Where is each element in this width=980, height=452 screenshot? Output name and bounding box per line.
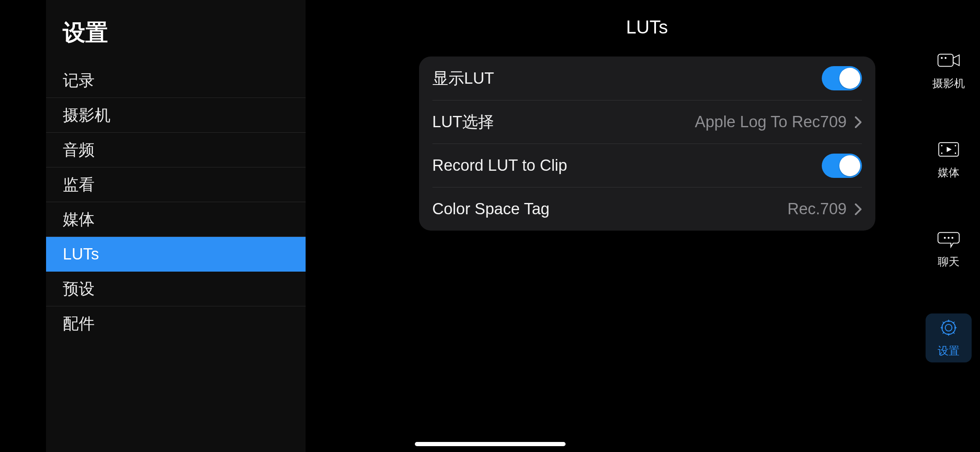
sidebar-item-label: LUTs <box>63 245 99 263</box>
sidebar-item-label: 音频 <box>63 139 95 161</box>
row-label: Color Space Tag <box>432 200 550 218</box>
media-icon <box>936 139 961 159</box>
svg-point-9 <box>948 237 950 239</box>
svg-point-8 <box>944 237 946 239</box>
toggle-knob <box>839 155 860 176</box>
sidebar-item-accessories[interactable]: 配件 <box>46 306 306 341</box>
sidebar-item-label: 配件 <box>63 313 95 334</box>
rail-item-chat[interactable]: 聊天 <box>926 224 972 273</box>
rail-item-camera[interactable]: 摄影机 <box>926 46 972 95</box>
sidebar-item-label: 监看 <box>63 174 95 195</box>
rail-item-media[interactable]: 媒体 <box>926 135 972 184</box>
svg-point-7 <box>955 152 957 154</box>
svg-point-4 <box>941 145 943 146</box>
settings-sidebar: 设置 记录 摄影机 音频 监看 媒体 LUTs 预设 配件 <box>46 0 306 452</box>
chevron-right-icon <box>854 203 862 216</box>
rail-item-label: 设置 <box>938 344 959 358</box>
sidebar-item-label: 摄影机 <box>63 105 111 126</box>
svg-point-12 <box>942 321 955 334</box>
svg-point-6 <box>941 152 943 154</box>
record-lut-toggle[interactable] <box>822 154 862 178</box>
sidebar-item-label: 预设 <box>63 278 95 300</box>
rail-item-label: 摄影机 <box>932 76 965 91</box>
sidebar-item-label: 记录 <box>63 70 95 91</box>
page-title: LUTs <box>327 17 967 38</box>
sidebar-item-presets[interactable]: 预设 <box>46 272 306 306</box>
sidebar-item-luts[interactable]: LUTs <box>46 237 306 272</box>
sidebar-item-monitor[interactable]: 监看 <box>46 167 306 202</box>
row-value: Rec.709 <box>787 200 847 218</box>
row-label: Record LUT to Clip <box>432 157 567 175</box>
row-color-space-tag[interactable]: Color Space Tag Rec.709 <box>432 187 862 231</box>
row-label: LUT选择 <box>432 111 494 133</box>
svg-rect-0 <box>938 54 953 67</box>
rail-item-label: 媒体 <box>938 165 959 180</box>
rail-item-settings[interactable]: 设置 <box>926 313 972 362</box>
svg-point-2 <box>944 57 947 59</box>
sidebar-item-media[interactable]: 媒体 <box>46 202 306 237</box>
sidebar-item-label: 媒体 <box>63 209 95 230</box>
row-lut-select[interactable]: LUT选择 Apple Log To Rec709 <box>432 100 862 144</box>
settings-card: 显示LUT LUT选择 Apple Log To Rec709 <box>419 56 875 231</box>
sidebar-item-camera[interactable]: 摄影机 <box>46 98 306 133</box>
chevron-right-icon <box>854 116 862 128</box>
toggle-knob <box>839 68 860 89</box>
svg-point-1 <box>941 57 943 59</box>
svg-point-5 <box>955 145 957 146</box>
sidebar-title: 设置 <box>46 18 306 63</box>
main-panel: LUTs 显示LUT LUT选择 Apple Log To Rec709 <box>306 0 980 452</box>
home-indicator[interactable] <box>415 442 566 446</box>
rail-item-label: 聊天 <box>938 254 959 269</box>
row-value: Apple Log To Rec709 <box>695 113 847 131</box>
right-nav-rail: 摄影机 媒体 <box>917 0 980 452</box>
sidebar-item-audio[interactable]: 音频 <box>46 133 306 167</box>
display-lut-toggle[interactable] <box>822 66 862 90</box>
row-record-lut: Record LUT to Clip <box>432 144 862 187</box>
row-label: 显示LUT <box>432 68 494 89</box>
gear-icon <box>936 318 961 338</box>
chat-icon <box>936 229 961 249</box>
camera-icon <box>936 50 961 70</box>
svg-point-10 <box>952 237 954 239</box>
row-display-lut: 显示LUT <box>432 56 862 100</box>
sidebar-item-record[interactable]: 记录 <box>46 63 306 98</box>
svg-point-11 <box>945 324 952 331</box>
